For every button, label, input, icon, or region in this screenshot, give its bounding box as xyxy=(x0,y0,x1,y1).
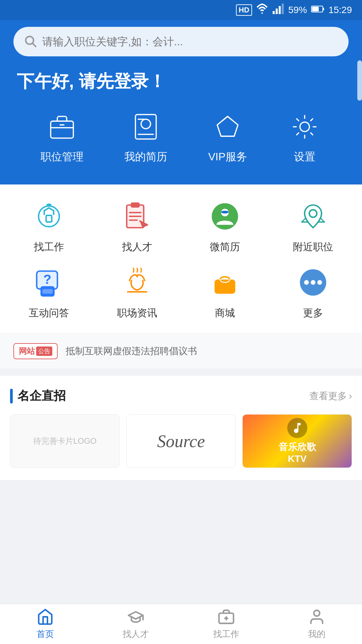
quick-action-vip[interactable]: VIP服务 xyxy=(208,110,247,164)
company-card-3[interactable]: 音乐欣歌KTV xyxy=(242,414,352,468)
vip-icon xyxy=(211,110,244,144)
more-icon xyxy=(295,264,331,301)
news-icon xyxy=(119,264,156,301)
svg-rect-10 xyxy=(51,121,73,138)
announce-badge: 网站 公告 xyxy=(13,343,58,359)
svg-point-31 xyxy=(309,210,317,217)
bottom-nav: 首页 找人才 找工作 我的 xyxy=(0,604,362,644)
company2-logo: Source xyxy=(157,431,205,451)
nav-mine-label: 我的 xyxy=(308,628,325,640)
nav-home-label: 首页 xyxy=(37,628,54,640)
news-label: 职场资讯 xyxy=(117,306,157,320)
section-gap xyxy=(0,369,362,376)
famous-section: 名企直招 查看更多 › 待完善卡片LOGO Source xyxy=(0,376,362,480)
svg-rect-2 xyxy=(276,8,278,14)
company-card-2[interactable]: Source xyxy=(126,414,236,468)
announcement-bar[interactable]: 网站 公告 抵制互联网虚假违法招聘倡议书 xyxy=(0,333,362,369)
mall-icon xyxy=(206,264,243,301)
badge-notice-text: 公告 xyxy=(36,346,52,356)
svg-rect-13 xyxy=(135,114,156,139)
greeting-text: 下午好, 请先登录！ xyxy=(13,70,349,93)
svg-point-0 xyxy=(261,12,263,14)
quick-action-settings[interactable]: 设置 xyxy=(288,110,321,164)
svg-point-45 xyxy=(314,610,319,616)
nav-find-work[interactable]: 找工作 xyxy=(181,608,272,640)
ktv-text: 音乐欣歌KTV xyxy=(279,441,316,464)
scroll-indicator xyxy=(357,60,362,101)
battery-text: 59% xyxy=(288,5,307,15)
service-nearby-jobs[interactable]: 附近职位 xyxy=(271,198,356,254)
svg-rect-30 xyxy=(221,211,229,213)
company1-placeholder: 待完善卡片LOGO xyxy=(30,432,100,450)
service-find-talent[interactable]: 找人才 xyxy=(95,198,180,254)
time-display: 15:29 xyxy=(328,5,352,15)
bottom-padding xyxy=(0,480,362,527)
nav-find-work-label: 找工作 xyxy=(213,628,239,640)
search-input[interactable] xyxy=(42,36,339,48)
nav-home[interactable]: 首页 xyxy=(0,608,90,640)
find-job-label: 找工作 xyxy=(34,240,64,254)
signal-icon xyxy=(272,3,284,17)
nav-find-talent-label: 找人才 xyxy=(123,628,149,640)
svg-rect-3 xyxy=(279,6,281,14)
micro-resume-icon xyxy=(206,198,243,235)
svg-rect-23 xyxy=(131,203,139,207)
more-label: 更多 xyxy=(303,306,323,320)
my-resume-icon xyxy=(129,110,163,144)
company3-logo: 音乐欣歌KTV xyxy=(279,418,316,464)
quick-action-job-manage[interactable]: 职位管理 xyxy=(41,110,83,164)
svg-rect-1 xyxy=(273,11,275,14)
service-find-job[interactable]: 找工作 xyxy=(7,198,92,254)
find-talent-label: 找人才 xyxy=(122,240,152,254)
nearby-jobs-icon xyxy=(295,198,331,235)
svg-point-40 xyxy=(311,280,315,285)
famous-header: 名企直招 查看更多 › xyxy=(10,388,352,404)
nav-mine[interactable]: 我的 xyxy=(272,608,362,640)
quick-action-my-resume[interactable]: 我的简历 xyxy=(124,110,167,164)
nav-find-talent[interactable]: 找人才 xyxy=(90,608,181,640)
famous-title-text: 名企直招 xyxy=(17,388,66,404)
service-micro-resume[interactable]: 微简历 xyxy=(183,198,267,254)
svg-rect-37 xyxy=(215,280,235,294)
find-job-icon xyxy=(31,198,67,235)
service-more[interactable]: 更多 xyxy=(271,264,356,320)
svg-point-14 xyxy=(141,119,150,129)
job-manage-label: 职位管理 xyxy=(41,150,83,164)
service-news[interactable]: 职场资讯 xyxy=(95,264,180,320)
mall-label: 商城 xyxy=(215,306,235,320)
quick-actions: 职位管理 我的简历 VIP服务 xyxy=(13,110,349,164)
svg-rect-35 xyxy=(43,289,53,294)
services-section: 找工作 找人才 xyxy=(0,184,362,333)
badge-site-text: 网站 xyxy=(19,346,35,357)
search-icon xyxy=(23,34,37,49)
find-talent-icon xyxy=(119,198,156,235)
wifi-icon xyxy=(256,3,268,17)
view-more-label: 查看更多 xyxy=(309,390,347,402)
service-mall[interactable]: 商城 xyxy=(183,264,267,320)
svg-point-39 xyxy=(304,280,309,285)
svg-rect-6 xyxy=(323,8,324,10)
service-qa[interactable]: ? 互动问答 xyxy=(7,264,92,320)
my-resume-label: 我的简历 xyxy=(124,150,167,164)
search-bar[interactable] xyxy=(13,27,349,56)
svg-point-18 xyxy=(39,206,59,227)
view-more-button[interactable]: 查看更多 › xyxy=(309,390,352,402)
announcement-text: 抵制互联网虚假违法招聘倡议书 xyxy=(66,345,349,358)
services-grid: 找工作 找人才 xyxy=(7,198,355,320)
svg-line-9 xyxy=(33,44,36,47)
company-card-1[interactable]: 待完善卡片LOGO xyxy=(10,414,120,468)
nearby-jobs-label: 附近职位 xyxy=(293,240,333,254)
hd-badge: HD xyxy=(236,4,252,16)
svg-point-41 xyxy=(317,280,322,285)
job-manage-icon xyxy=(45,110,79,144)
status-bar: HD 59% 15:29 xyxy=(0,0,362,20)
qa-label: 互动问答 xyxy=(29,306,69,320)
vip-label: VIP服务 xyxy=(208,150,247,164)
header-section: 下午好, 请先登录！ 职位管理 xyxy=(0,20,362,184)
settings-label: 设置 xyxy=(294,150,315,164)
svg-rect-4 xyxy=(282,3,284,14)
company-cards: 待完善卡片LOGO Source 音乐欣歌KTV xyxy=(10,414,352,468)
famous-title: 名企直招 xyxy=(10,388,66,404)
svg-rect-7 xyxy=(312,7,319,11)
chevron-right-icon: › xyxy=(349,391,352,401)
